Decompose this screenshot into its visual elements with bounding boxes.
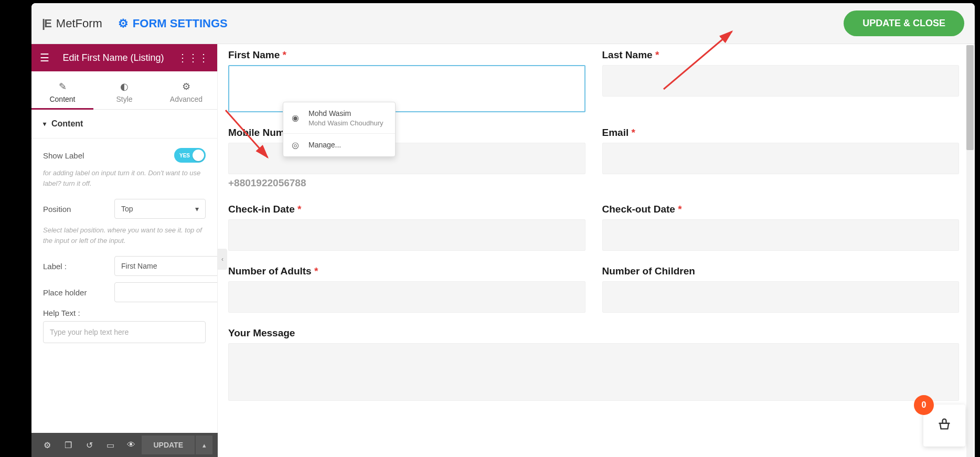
sidebar-title: Edit First Name (Listing)	[62, 52, 164, 63]
gear-icon: ⚙	[155, 81, 217, 92]
field-checkout-label: Check-out Date	[602, 204, 675, 215]
editor-tabs: ✎ Content ◐ Style ⚙ Advanced	[31, 71, 217, 110]
position-hint: Select label position. where you want to…	[43, 225, 206, 246]
brand-label: MetForm	[56, 17, 102, 30]
basket-icon	[937, 417, 952, 435]
chevron-down-icon: ▾	[195, 205, 199, 213]
checkout-input[interactable]	[602, 219, 960, 251]
autofill-manage[interactable]: ◎ Manage...	[283, 133, 395, 157]
placeholder-input[interactable]	[114, 282, 217, 302]
checkin-input[interactable]	[228, 219, 585, 251]
field-children[interactable]: Number of Children	[602, 265, 960, 313]
field-checkout[interactable]: Check-out Date *	[602, 204, 960, 251]
helptext-input[interactable]	[43, 321, 206, 343]
required-icon: *	[678, 204, 681, 215]
brand: |E MetForm	[42, 17, 102, 30]
settings-icon[interactable]: ⚙	[37, 440, 58, 450]
field-last-name[interactable]: Last Name *	[602, 49, 960, 112]
autofill-manage-label: Manage...	[308, 140, 341, 151]
first-name-input[interactable]	[228, 65, 585, 112]
field-email[interactable]: Email *	[602, 127, 960, 189]
toggle-knob	[193, 150, 204, 161]
history-icon[interactable]: ↺	[79, 440, 100, 450]
tab-advanced[interactable]: ⚙ Advanced	[155, 71, 217, 109]
responsive-icon[interactable]: ▭	[100, 440, 121, 450]
mobile-hint: +8801922056788	[228, 177, 585, 189]
cart-widget[interactable]: 0	[923, 405, 965, 447]
field-email-label: Email	[602, 127, 629, 138]
field-message[interactable]: Your Message	[228, 327, 959, 401]
sidebar: ☰ Edit First Name (Listing) ⋮⋮⋮ ✎ Conten…	[31, 44, 218, 457]
placeholder-label: Place holder	[43, 288, 106, 297]
section-content-header[interactable]: ▾ Content	[31, 110, 217, 139]
user-circle-icon: ◉	[292, 113, 302, 123]
field-checkin-label: Check-in Date	[228, 204, 295, 215]
field-checkin[interactable]: Check-in Date *	[228, 204, 585, 251]
show-label-toggle[interactable]: YES	[174, 148, 206, 163]
hamburger-icon[interactable]: ☰	[40, 51, 49, 64]
field-first-name-label: First Name	[228, 49, 280, 60]
tab-advanced-label: Advanced	[170, 95, 203, 103]
message-input[interactable]	[228, 343, 959, 401]
autofill-name: Mohd Wasim	[308, 109, 384, 119]
caret-down-icon: ▾	[43, 120, 46, 127]
gear-icon: ⚙	[118, 17, 129, 30]
sidebar-header: ☰ Edit First Name (Listing) ⋮⋮⋮	[31, 44, 217, 71]
last-name-input[interactable]	[602, 65, 960, 97]
section-content-label: Content	[51, 119, 83, 129]
field-mobile[interactable]: Mobile Number * +8801922056788	[228, 127, 585, 189]
field-adults-label: Number of Adults	[228, 265, 312, 277]
cart-badge: 0	[914, 395, 934, 415]
field-message-label: Your Message	[228, 327, 295, 338]
label-label: Label :	[43, 262, 106, 271]
update-close-button[interactable]: UPDATE & CLOSE	[844, 10, 964, 36]
required-icon: *	[282, 49, 286, 60]
mobile-input[interactable]	[228, 143, 585, 174]
form-settings-button[interactable]: ⚙ FORM SETTINGS	[118, 17, 228, 30]
field-first-name[interactable]: First Name *	[228, 49, 585, 112]
email-input[interactable]	[602, 143, 960, 174]
required-icon: *	[655, 49, 659, 60]
tab-content-label: Content	[49, 95, 75, 103]
autofill-dropdown: ◉ Mohd Wasim Mohd Wasim Choudhury ◎ Mana…	[283, 102, 396, 157]
tab-content[interactable]: ✎ Content	[31, 71, 93, 109]
form-settings-label: FORM SETTINGS	[133, 17, 228, 30]
position-label: Position	[43, 205, 106, 214]
position-select[interactable]: Top ▾	[114, 199, 206, 219]
required-icon: *	[314, 265, 318, 277]
label-input[interactable]	[114, 256, 217, 276]
preview-icon[interactable]: 👁	[121, 440, 142, 450]
required-icon: *	[297, 204, 301, 215]
update-more-button[interactable]: ▴	[196, 435, 212, 454]
helptext-label: Help Text :	[43, 309, 80, 317]
collapse-sidebar-tab[interactable]: ‹	[218, 249, 227, 270]
adults-input[interactable]	[228, 281, 585, 313]
position-value: Top	[121, 205, 133, 213]
update-button[interactable]: UPDATE	[142, 435, 195, 454]
show-label-hint: for adding label on input turn it on. Do…	[43, 168, 206, 188]
grid-icon[interactable]: ⋮⋮⋮	[177, 51, 209, 64]
pencil-icon: ✎	[31, 81, 93, 92]
topbar: |E MetForm ⚙ FORM SETTINGS UPDATE & CLOS…	[31, 3, 975, 44]
contrast-icon: ◐	[93, 81, 155, 92]
scrollbar-thumb[interactable]	[966, 45, 974, 150]
children-input[interactable]	[602, 281, 960, 313]
toggle-yes-text: YES	[179, 153, 190, 158]
field-adults[interactable]: Number of Adults *	[228, 265, 585, 313]
required-icon: *	[631, 127, 635, 138]
chrome-icon: ◎	[292, 140, 302, 150]
layers-icon[interactable]: ❐	[58, 440, 79, 450]
autofill-full: Mohd Wasim Choudhury	[308, 119, 384, 127]
field-last-name-label: Last Name	[602, 49, 653, 60]
brand-icon: |E	[42, 17, 51, 30]
show-label-label: Show Label	[43, 151, 84, 160]
tab-style-label: Style	[116, 95, 132, 103]
scrollbar[interactable]	[966, 45, 974, 457]
autofill-suggestion[interactable]: ◉ Mohd Wasim Mohd Wasim Choudhury	[283, 102, 395, 133]
field-children-label: Number of Children	[602, 265, 695, 277]
tab-style[interactable]: ◐ Style	[93, 71, 155, 109]
editor-footer: ⚙ ❐ ↺ ▭ 👁 UPDATE ▴	[31, 433, 218, 457]
